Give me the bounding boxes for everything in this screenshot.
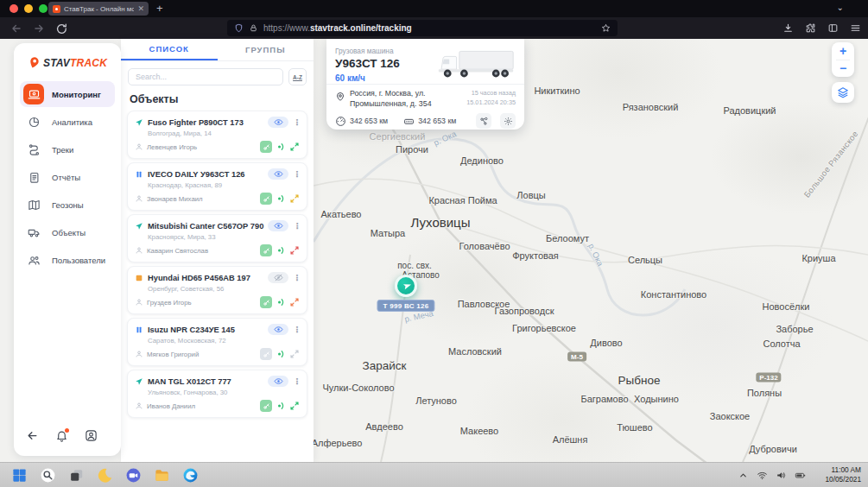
stavtrack-logo: STAVTRACK bbox=[14, 43, 121, 79]
volume-icon[interactable] bbox=[776, 470, 787, 481]
sort-az-button[interactable]: A-Z bbox=[288, 68, 307, 85]
map-place-label: Алферьево bbox=[314, 438, 362, 448]
shield-icon bbox=[234, 23, 244, 33]
section-title: Объекты bbox=[130, 93, 314, 105]
vehicle-card[interactable]: MAN TGL Х012СТ 777 ⋮ Ульяновск, Гончаров… bbox=[127, 370, 307, 418]
settings-button[interactable] bbox=[500, 113, 516, 129]
ignition-key-icon[interactable] bbox=[260, 141, 272, 153]
download-icon[interactable] bbox=[782, 22, 794, 34]
back-button[interactable] bbox=[10, 22, 22, 35]
sidebar-item-analytics[interactable]: Аналитика bbox=[20, 109, 115, 135]
vehicle-marker[interactable] bbox=[395, 275, 417, 297]
driver-icon bbox=[135, 246, 143, 255]
sidebar-item-reports[interactable]: Отчёты bbox=[20, 164, 115, 190]
map-place-label: Сергиевский bbox=[370, 131, 426, 142]
more-menu-icon[interactable]: ⋮ bbox=[293, 376, 300, 386]
tab-list-chevron-icon[interactable]: ⌄ bbox=[837, 3, 844, 12]
taskbar-app-icons bbox=[11, 467, 199, 484]
connection-status-icon[interactable] bbox=[289, 193, 300, 204]
close-window-button[interactable] bbox=[10, 4, 18, 13]
gps-signal-icon[interactable] bbox=[276, 142, 286, 152]
notifications-bell-icon[interactable] bbox=[55, 429, 68, 446]
browser-tab[interactable]: СтавТрак - Онлайн мониторин ✕ bbox=[48, 2, 149, 16]
tab-list[interactable]: СПИСОК bbox=[121, 39, 218, 60]
sidebar-item-objects[interactable]: Объекты bbox=[20, 219, 115, 245]
sidebar-item-geozones[interactable]: Геозоны bbox=[20, 192, 115, 218]
ignition-key-icon[interactable] bbox=[260, 400, 272, 412]
vehicle-card[interactable]: Isuzu NPR С234УЕ 145 ⋮ Саратов, Московск… bbox=[127, 318, 307, 366]
vehicle-motion-icon bbox=[135, 377, 143, 386]
minimize-window-button[interactable] bbox=[24, 4, 33, 13]
more-menu-icon[interactable]: ⋮ bbox=[293, 117, 300, 127]
menu-hamburger-icon[interactable] bbox=[850, 22, 861, 34]
taskbar-clock[interactable]: 11:00 AM 10/05/2021 bbox=[825, 465, 861, 484]
connection-status-icon[interactable] bbox=[289, 297, 300, 307]
profile-icon[interactable] bbox=[85, 429, 98, 446]
bookmark-star-icon[interactable] bbox=[601, 23, 611, 33]
vehicle-motion-icon bbox=[135, 222, 143, 231]
taskview-icon[interactable] bbox=[68, 467, 85, 484]
more-menu-icon[interactable]: ⋮ bbox=[293, 273, 300, 282]
search-icon[interactable] bbox=[40, 467, 56, 484]
visibility-eye-toggle[interactable] bbox=[268, 376, 288, 387]
map-place-label: Тюшево bbox=[617, 422, 652, 433]
more-menu-icon[interactable]: ⋮ bbox=[293, 169, 300, 179]
visibility-eye-toggle[interactable] bbox=[268, 272, 288, 283]
gps-signal-icon[interactable] bbox=[276, 349, 286, 359]
visibility-eye-toggle[interactable] bbox=[268, 324, 288, 335]
camera-icon[interactable] bbox=[125, 467, 142, 484]
moon-icon[interactable] bbox=[97, 467, 113, 484]
clock-date: 10/05/2021 bbox=[825, 475, 861, 484]
gps-signal-icon[interactable] bbox=[276, 401, 286, 411]
ignition-key-icon[interactable] bbox=[260, 244, 272, 256]
window-controls[interactable] bbox=[10, 4, 48, 13]
gps-signal-icon[interactable] bbox=[276, 245, 286, 256]
collapse-back-button[interactable] bbox=[26, 429, 39, 446]
share-route-button[interactable] bbox=[476, 113, 491, 129]
zoom-out-button[interactable]: − bbox=[832, 60, 854, 78]
forward-button[interactable] bbox=[33, 22, 45, 35]
connection-status-icon[interactable] bbox=[289, 349, 300, 359]
map-place-label: Ходынино bbox=[634, 394, 679, 404]
zoom-in-button[interactable]: + bbox=[832, 42, 854, 60]
new-tab-button[interactable]: + bbox=[156, 0, 163, 17]
ignition-key-icon[interactable] bbox=[260, 296, 272, 308]
vehicle-card[interactable]: Fuso Fighter Р890СТ 173 ⋮ Волгоград, Мир… bbox=[127, 111, 307, 159]
sidebar-item-monitoring[interactable]: Мониторинг bbox=[20, 81, 115, 107]
start-icon[interactable] bbox=[11, 467, 28, 484]
edge-icon[interactable] bbox=[182, 467, 199, 484]
search-input[interactable] bbox=[128, 68, 283, 85]
tab-close-icon[interactable]: ✕ bbox=[137, 5, 144, 13]
more-menu-icon[interactable]: ⋮ bbox=[293, 325, 300, 334]
vehicle-card[interactable]: IVECO DAILY У963СТ 126 ⋮ Краснодар, Крас… bbox=[127, 162, 307, 211]
url-bar[interactable]: https://www.stavtrack.online/tracking bbox=[227, 20, 618, 36]
connection-status-icon[interactable] bbox=[289, 401, 300, 411]
gps-signal-icon[interactable] bbox=[276, 297, 286, 307]
sidebar-item-tracks[interactable]: Треки bbox=[20, 136, 115, 162]
folder-icon[interactable] bbox=[154, 467, 170, 484]
map[interactable]: НикиткиноРязановскийРадовицкийСергиевски… bbox=[314, 39, 868, 462]
connection-status-icon[interactable] bbox=[289, 245, 300, 256]
visibility-eye-toggle[interactable] bbox=[268, 117, 288, 128]
map-layers-button[interactable] bbox=[832, 82, 854, 103]
visibility-eye-toggle[interactable] bbox=[268, 220, 288, 231]
maximize-window-button[interactable] bbox=[39, 4, 48, 13]
wifi-icon[interactable] bbox=[757, 470, 768, 481]
sidebar-item-users[interactable]: Пользователи bbox=[20, 247, 115, 273]
reload-button[interactable] bbox=[55, 22, 67, 35]
screen: СтавТрак - Онлайн мониторин ✕ + ⌄ https:… bbox=[0, 0, 868, 487]
tab-groups[interactable]: ГРУППЫ bbox=[218, 39, 314, 60]
more-menu-icon[interactable]: ⋮ bbox=[293, 221, 300, 231]
connection-status-icon[interactable] bbox=[289, 142, 300, 152]
vehicle-card[interactable]: Hyundai HD65 Р456АВ 197 ⋮ Оренбург, Сове… bbox=[127, 266, 307, 314]
extensions-puzzle-icon[interactable] bbox=[805, 22, 816, 34]
gps-signal-icon[interactable] bbox=[276, 193, 286, 204]
visibility-eye-toggle[interactable] bbox=[268, 168, 288, 180]
ignition-key-icon[interactable] bbox=[260, 193, 272, 205]
battery-icon[interactable] bbox=[795, 470, 806, 481]
map-place-label: Авдеево bbox=[365, 421, 403, 432]
vehicle-card[interactable]: Mitsubishi Canter С567ОР 790 ⋮ Красноярс… bbox=[127, 214, 307, 262]
sidebar-panel-icon[interactable] bbox=[827, 22, 839, 34]
ignition-key-icon[interactable] bbox=[260, 348, 272, 360]
chevron-up-icon[interactable] bbox=[738, 470, 749, 481]
